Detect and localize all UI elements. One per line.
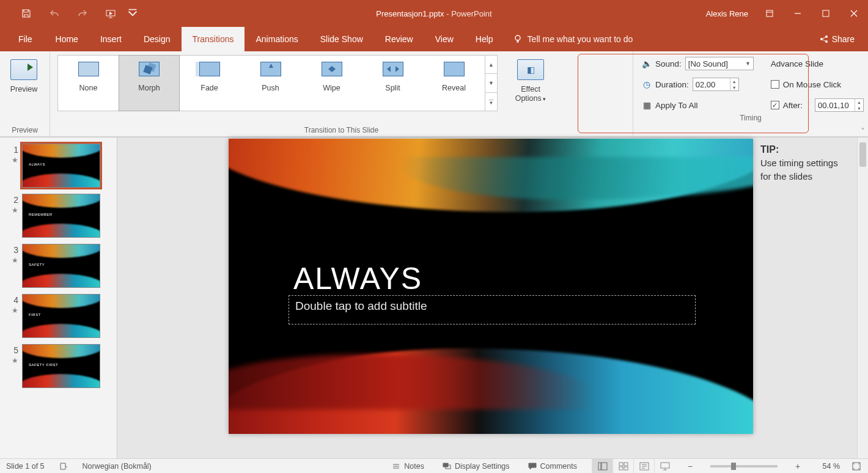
normal-view-icon[interactable] xyxy=(592,459,612,474)
transition-fade[interactable]: Fade xyxy=(179,56,240,111)
tab-help[interactable]: Help xyxy=(465,27,504,51)
tab-design[interactable]: Design xyxy=(133,27,182,51)
vertical-scrollbar[interactable] xyxy=(857,138,868,458)
gallery-expand-icon[interactable]: —▼ xyxy=(485,93,497,111)
spinner-up-icon[interactable]: ▲ xyxy=(730,78,738,84)
svg-rect-1 xyxy=(767,10,773,16)
after-checkbox[interactable]: ✓ xyxy=(771,101,779,109)
advance-slide-label: Advance Slide xyxy=(771,59,823,68)
ribbon-tabs: File Home Insert Design Transitions Anim… xyxy=(0,27,868,51)
svg-rect-14 xyxy=(624,467,628,470)
slide-canvas[interactable]: ALWAYS Double tap to add subtitle xyxy=(229,139,753,434)
tell-me-search[interactable]: Tell me what you want to do xyxy=(504,27,642,51)
slide-thumbnail-4[interactable]: FIRST xyxy=(22,294,100,338)
on-mouse-click-checkbox[interactable] xyxy=(771,80,779,89)
view-buttons xyxy=(592,459,675,474)
slide-thumbnail-3[interactable]: SAFETY xyxy=(22,244,100,288)
transition-indicator-icon: ★ xyxy=(12,156,18,164)
slide-title[interactable]: ALWAYS xyxy=(293,261,422,296)
duration-label: Duration: xyxy=(655,80,689,89)
preview-button[interactable]: Preview xyxy=(5,55,43,111)
apply-all-label: Apply To All xyxy=(655,101,698,110)
chevron-down-icon: ▼ xyxy=(741,61,751,67)
qat-customize-icon[interactable] xyxy=(125,0,141,27)
sound-dropdown[interactable]: [No Sound] ▼ xyxy=(685,57,754,70)
svg-rect-2 xyxy=(823,10,829,16)
slide-thumbnail-1[interactable]: ALWAYS xyxy=(22,144,100,188)
ribbon-display-options-icon[interactable] xyxy=(756,0,784,27)
minimize-icon[interactable] xyxy=(784,0,812,27)
slide-count[interactable]: Slide 1 of 5 xyxy=(6,462,45,471)
tab-home[interactable]: Home xyxy=(45,27,89,51)
gallery-down-icon[interactable]: ▼ xyxy=(485,74,497,92)
preview-icon xyxy=(10,59,37,80)
tab-slide-show[interactable]: Slide Show xyxy=(309,27,374,51)
language-status[interactable]: Norwegian (Bokmål) xyxy=(83,462,152,471)
duration-input[interactable]: 02,00 ▲▼ xyxy=(693,78,739,91)
tab-review[interactable]: Review xyxy=(374,27,424,51)
slideshow-view-icon[interactable] xyxy=(654,459,675,474)
tip-body: Use timing settings for the slides xyxy=(760,158,838,182)
redo-icon[interactable] xyxy=(68,0,97,27)
share-label: Share xyxy=(832,34,855,44)
thumbnail-row: 3★ SAFETY xyxy=(5,244,112,288)
sound-icon: 🔈 xyxy=(642,59,652,68)
transition-morph[interactable]: Morph xyxy=(119,55,180,111)
transition-split[interactable]: Split xyxy=(362,56,424,111)
svg-point-5 xyxy=(820,38,823,40)
svg-rect-13 xyxy=(619,467,623,470)
slide-thumbnail-5[interactable]: SAFETY FIRST xyxy=(22,344,100,388)
maximize-icon[interactable] xyxy=(812,0,840,27)
undo-icon[interactable] xyxy=(40,0,68,27)
slideshow-from-start-icon[interactable] xyxy=(97,0,125,27)
transition-none[interactable]: None xyxy=(58,56,119,111)
transition-reveal[interactable]: Reveal xyxy=(424,56,485,111)
duration-value: 02,00 xyxy=(696,80,716,89)
slide-sorter-view-icon[interactable] xyxy=(612,459,633,474)
apply-to-all-button[interactable]: ▦ Apply To All xyxy=(642,98,754,112)
zoom-slider-thumb[interactable] xyxy=(731,463,736,470)
tab-view[interactable]: View xyxy=(424,27,465,51)
tab-animations[interactable]: Animations xyxy=(245,27,309,51)
ribbon-group-preview: Preview Preview xyxy=(0,51,50,136)
save-icon[interactable] xyxy=(12,0,40,27)
tab-file[interactable]: File xyxy=(7,27,45,51)
notes-button[interactable]: Notes xyxy=(388,459,428,474)
slide-thumbnail-2[interactable]: REMEMBER xyxy=(22,194,100,238)
spinner-down-icon[interactable]: ▼ xyxy=(855,105,863,111)
effect-options-button[interactable]: ◧ Effect Options ▾ xyxy=(507,55,554,111)
transition-indicator-icon: ★ xyxy=(12,206,18,215)
effect-options-label: Effect Options ▾ xyxy=(508,85,553,103)
gallery-up-icon[interactable]: ▲ xyxy=(485,56,497,74)
app-name-text: - PowerPoint xyxy=(444,9,492,18)
transition-wipe[interactable]: Wipe xyxy=(301,56,362,111)
zoom-in-button[interactable]: + xyxy=(793,461,802,471)
collapse-ribbon-icon[interactable]: ˄ xyxy=(861,127,864,134)
fit-to-window-icon[interactable] xyxy=(851,459,862,474)
zoom-slider[interactable] xyxy=(710,465,778,468)
slide-area: ALWAYS Double tap to add subtitle TIP: U… xyxy=(117,138,868,458)
svg-point-3 xyxy=(515,35,520,40)
display-settings-button[interactable]: Display Settings xyxy=(439,459,513,474)
clock-icon: ◷ xyxy=(642,79,652,89)
tab-insert[interactable]: Insert xyxy=(89,27,133,51)
spinner-up-icon[interactable]: ▲ xyxy=(855,99,863,105)
reading-view-icon[interactable] xyxy=(633,459,654,474)
close-icon[interactable] xyxy=(840,0,868,27)
zoom-out-button[interactable]: − xyxy=(686,461,694,471)
share-button[interactable]: Share xyxy=(806,27,868,51)
spellcheck-icon[interactable] xyxy=(56,459,72,474)
scrollbar-thumb[interactable] xyxy=(859,142,866,167)
effect-options-icon: ◧ xyxy=(517,59,544,80)
sound-value: [No Sound] xyxy=(688,59,728,68)
comments-button[interactable]: Comments xyxy=(524,459,581,474)
transition-push[interactable]: Push xyxy=(240,56,301,111)
user-name[interactable]: Alexis Rene xyxy=(699,9,756,18)
zoom-percent[interactable]: 54 % xyxy=(813,462,840,471)
spinner-down-icon[interactable]: ▼ xyxy=(730,84,738,90)
slide-subtitle-placeholder[interactable]: Double tap to add subtitle xyxy=(289,295,696,324)
svg-rect-9 xyxy=(598,463,601,470)
after-input[interactable]: 00.01,10 ▲▼ xyxy=(815,98,864,112)
tab-transitions[interactable]: Transitions xyxy=(182,27,245,51)
slide-thumbnails-pane[interactable]: 1★ ALWAYS 2★ REMEMBER 3★ SAFETY 4★ FIRST… xyxy=(0,138,117,458)
